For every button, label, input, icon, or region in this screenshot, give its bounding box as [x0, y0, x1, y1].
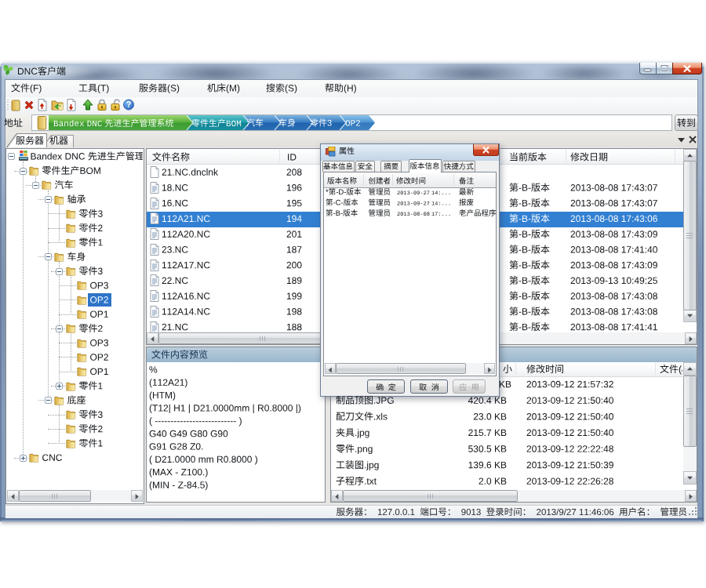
svg-text:?: ?: [126, 100, 131, 109]
